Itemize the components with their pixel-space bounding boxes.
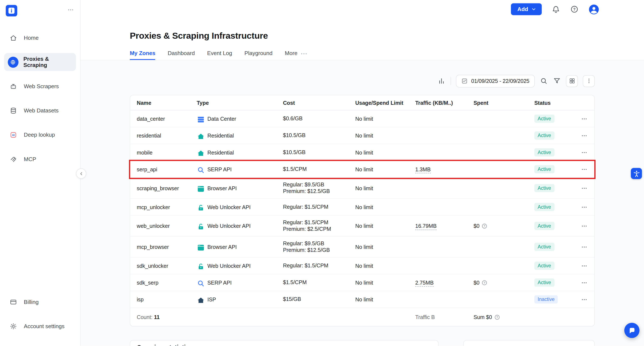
column-header-status: Status (534, 100, 577, 106)
sidebar-item-mcp[interactable]: MCP (4, 150, 76, 168)
calendar-icon (462, 78, 468, 84)
row-menu-button[interactable] (581, 204, 588, 210)
table-row-serp_api[interactable]: serp_apiSERP API$1.5/CPMNo limit1.3MBAct… (130, 161, 594, 178)
row-menu-button[interactable] (581, 296, 588, 303)
chat-button[interactable] (624, 323, 639, 338)
table-row-sdk_serp[interactable]: sdk_serpSERP API$1.5/CPMNo limit2.75MB$0… (130, 274, 594, 291)
status-badge: Active (534, 184, 554, 192)
sidebar-item-label: Account settings (24, 323, 64, 329)
table-row-mobile[interactable]: mobileResidential$10.5/GBNo limitActive (130, 144, 594, 161)
notifications-button[interactable] (552, 5, 560, 14)
zone-limit: No limit (355, 263, 415, 269)
zone-type: Data Center (208, 116, 236, 122)
row-menu-button[interactable] (581, 149, 588, 156)
zone-limit: No limit (355, 185, 415, 191)
row-menu-button[interactable] (581, 279, 588, 286)
table-footer: Count: 11 Traffic B Sum $0 ? (130, 308, 594, 326)
sidebar-item-deep-lookup[interactable]: AIDeep lookup (4, 126, 76, 144)
topbar: Add ? (511, 3, 599, 15)
sidebar-item-web-scrapers[interactable]: Web Scrapers (4, 77, 76, 95)
unlocker-type-icon (197, 204, 204, 210)
app-logo[interactable] (6, 5, 17, 16)
zone-type: Web Unlocker API (208, 223, 250, 229)
tab-dashboard[interactable]: Dashboard (168, 50, 195, 60)
table-row-sdk_unlocker[interactable]: sdk_unlockerWeb Unlocker APIRegular: $1.… (130, 258, 594, 274)
zone-traffic-link[interactable]: 2.75MB (415, 280, 434, 286)
unlocker-type-icon (197, 262, 204, 269)
table-row-residential[interactable]: residentialResidential$10.5/GBNo limitAc… (130, 127, 594, 144)
zone-traffic-link[interactable]: 1.3MB (415, 166, 431, 173)
row-menu-button[interactable] (581, 185, 588, 192)
residential-type-icon (197, 149, 204, 156)
table-menu-button[interactable] (583, 75, 595, 87)
mcp-icon (8, 154, 19, 164)
customize-view-button[interactable] (566, 75, 578, 87)
status-badge: Active (534, 148, 554, 157)
column-header-traffic-kb-m: Traffic (KB/M..) (415, 100, 474, 106)
add-button[interactable]: Add (511, 3, 542, 15)
residential-type-icon (197, 132, 204, 139)
row-count: Count: 11 (137, 314, 196, 320)
zone-name: sdk_unlocker (137, 263, 196, 269)
sidebar-item-web-datasets[interactable]: Web Datasets (4, 102, 76, 120)
chevron-down-icon (531, 6, 537, 12)
question-icon[interactable]: ? (482, 280, 488, 286)
tab-my-zones[interactable]: My Zones (130, 50, 155, 60)
row-menu-button[interactable] (581, 243, 588, 250)
zone-cost: $10.5/GB (283, 128, 355, 142)
zone-limit: No limit (355, 149, 415, 155)
sidebar-collapse-button[interactable] (76, 168, 86, 178)
tab-more[interactable]: More (285, 50, 306, 60)
zone-name: mcp_browser (137, 244, 196, 250)
zone-cost: Regular: $1.5/CPMPremium: $2.5/CPM (283, 216, 355, 236)
table-row-isp[interactable]: ispISP$15/GBNo limitInactive (130, 291, 594, 308)
avatar-icon (588, 4, 599, 14)
chart-view-button[interactable] (438, 77, 446, 85)
sidebar-item-label: Proxies & Scraping (24, 56, 72, 68)
sidebar-item-home[interactable]: Home (4, 29, 76, 47)
search-button[interactable] (540, 77, 548, 85)
help-button[interactable]: ? (570, 5, 579, 14)
datasets-icon (8, 105, 19, 116)
table-row-scraping_browser[interactable]: scraping_browserBrowser APIRegular: $9.5… (130, 178, 594, 199)
zone-spent: $0 (474, 223, 480, 229)
tab-event-log[interactable]: Event Log (207, 50, 232, 60)
table-row-data_center[interactable]: data_centerData Center$0.6/GBNo limitAct… (130, 110, 594, 127)
zone-type: Browser API (208, 185, 237, 191)
sidebar-menu-button[interactable] (67, 6, 74, 15)
tab-playground[interactable]: Playground (244, 50, 272, 60)
zone-cost: $10.5/GB (283, 146, 355, 160)
date-range-button[interactable]: 01/09/2025 - 22/09/2025 (456, 74, 535, 87)
row-menu-button[interactable] (581, 262, 588, 269)
accessibility-widget-button[interactable] (631, 168, 642, 179)
column-header-spent: Spent (474, 100, 534, 106)
filter-button[interactable] (553, 77, 561, 85)
row-menu-button[interactable] (581, 132, 588, 139)
zone-cost: Regular: $9.5/GBPremium: $12.5/GB (283, 178, 355, 198)
sidebar-item-account-settings[interactable]: Account settings (4, 317, 76, 335)
row-menu-button[interactable] (581, 222, 588, 229)
zone-type: Web Unlocker API (208, 263, 250, 269)
zone-limit: No limit (355, 223, 415, 229)
question-icon[interactable]: ? (482, 223, 488, 229)
filter-icon (553, 77, 561, 85)
bell-icon (552, 5, 560, 14)
table-row-mcp_browser[interactable]: mcp_browserBrowser APIRegular: $9.5/GBPr… (130, 236, 594, 258)
question-icon[interactable]: ? (494, 314, 500, 320)
sidebar-item-proxies-scraping[interactable]: Proxies & Scraping (4, 53, 76, 71)
zone-name: mobile (137, 149, 196, 155)
bar-chart-icon (438, 77, 446, 85)
zone-cost: Regular: $1.5/CPM (283, 259, 355, 273)
table-row-mcp_unlocker[interactable]: mcp_unlockerWeb Unlocker APIRegular: $1.… (130, 199, 594, 216)
status-badge: Active (534, 114, 554, 123)
user-avatar[interactable] (588, 4, 599, 14)
table-row-web_unlocker[interactable]: web_unlockerWeb Unlocker APIRegular: $1.… (130, 216, 594, 237)
sidebar-item-billing[interactable]: Billing (4, 293, 76, 311)
sidebar-item-label: Web Scrapers (24, 83, 59, 89)
zone-limit: No limit (355, 280, 415, 286)
zone-traffic-link[interactable]: 16.79MB (415, 223, 437, 230)
row-menu-button[interactable] (581, 166, 588, 173)
zone-limit: No limit (355, 132, 415, 138)
zone-cost: $0.6/GB (283, 112, 355, 126)
row-menu-button[interactable] (581, 115, 588, 122)
